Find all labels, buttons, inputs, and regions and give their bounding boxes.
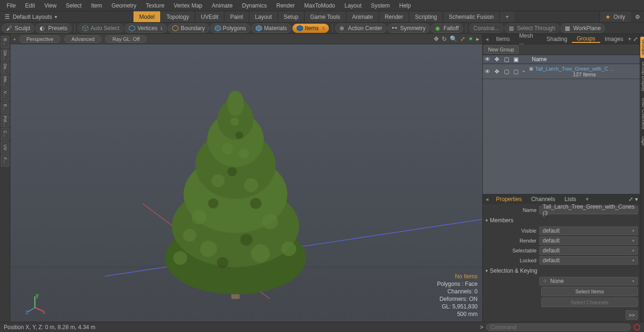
- viewport-raygl-dropdown[interactable]: Ray GL: Off: [105, 35, 147, 43]
- pt-properties[interactable]: Properties: [491, 196, 527, 202]
- lock-icon[interactable]: ▣: [511, 56, 520, 63]
- tab-images[interactable]: Images: [600, 36, 628, 42]
- rst-userchannels[interactable]: User Channels: [640, 95, 644, 132]
- menu-dynamics[interactable]: Dynamics: [237, 2, 272, 9]
- actioncenter-button[interactable]: ⊕Action Center: [335, 24, 387, 33]
- menu-vertexmap[interactable]: Vertex Map: [169, 2, 207, 9]
- tab-mesh[interactable]: Mesh ...: [514, 32, 542, 46]
- vertices-button[interactable]: Vertices1: [124, 24, 167, 33]
- lt-0[interactable]: B…: [1, 36, 9, 48]
- select-items-button[interactable]: Select Items: [541, 287, 638, 296]
- symmetry-button[interactable]: ⧿Symmetry: [388, 24, 430, 33]
- lt-8[interactable]: UV: [1, 141, 9, 154]
- lt-1[interactable]: De…: [1, 49, 9, 61]
- row-lock-icon[interactable]: ▢: [511, 68, 520, 75]
- rt-max-icon[interactable]: ⤢: [633, 36, 638, 42]
- tab-setup[interactable]: Setup: [278, 11, 304, 22]
- tab-render[interactable]: Render: [379, 11, 409, 22]
- select-channels-button[interactable]: Select Channels: [541, 298, 638, 307]
- members-section[interactable]: ▾Members: [485, 216, 638, 225]
- tab-shading[interactable]: Shading: [542, 36, 572, 42]
- tab-scripting[interactable]: Scripting: [409, 11, 443, 22]
- lt-3[interactable]: Me…: [1, 75, 9, 88]
- keying-dropdown[interactable]: ⁘None▾: [539, 277, 638, 285]
- lt-9[interactable]: F…: [1, 154, 9, 167]
- rt-plus-icon[interactable]: +: [628, 36, 631, 42]
- viewport-camera-dropdown[interactable]: Perspective: [19, 35, 60, 43]
- gear-icon[interactable]: ✶: [468, 35, 473, 42]
- groups-list-body[interactable]: [483, 79, 640, 194]
- visible-dropdown[interactable]: default▾: [539, 227, 638, 235]
- constraints-button[interactable]: Constrai...: [469, 24, 504, 33]
- row-sel-icon[interactable]: ▢: [502, 68, 511, 75]
- row-eye-icon[interactable]: 👁: [483, 68, 492, 75]
- rst-tags[interactable]: Tags: [640, 133, 644, 148]
- sculpt-button[interactable]: 🖌Sculpt: [2, 24, 34, 33]
- menu-texture[interactable]: Texture: [141, 2, 169, 9]
- rt-expand-icon[interactable]: ◂: [483, 36, 491, 42]
- command-input[interactable]: Command: [486, 324, 631, 331]
- locked-dropdown[interactable]: default▾: [539, 256, 638, 265]
- viewport-shading-dropdown[interactable]: Advanced: [64, 35, 101, 43]
- pt-lists[interactable]: Lists: [560, 196, 581, 202]
- vp-tri-left[interactable]: ◂: [13, 37, 16, 41]
- lt-2[interactable]: Du…: [1, 62, 9, 74]
- record-icon[interactable]: [634, 324, 640, 331]
- pt-max-icon[interactable]: ⤢: [628, 196, 633, 202]
- menu-select[interactable]: Select: [61, 2, 86, 9]
- tab-model[interactable]: Model: [133, 11, 160, 22]
- tab-schematic[interactable]: Schematic Fusion: [443, 11, 499, 22]
- tab-uvedit[interactable]: UVEdit: [195, 11, 224, 22]
- vp-expand-icon[interactable]: ▸: [476, 35, 479, 42]
- menu-help[interactable]: Help: [395, 2, 416, 9]
- lt-7[interactable]: C…: [1, 128, 9, 140]
- viewport-3d[interactable]: No Items Polygons : Face Channels: 0 Def…: [10, 44, 482, 322]
- rst-groupdisplay[interactable]: Group Display: [640, 59, 644, 94]
- menu-file[interactable]: File: [2, 2, 20, 9]
- eye-icon[interactable]: 👁: [483, 56, 492, 63]
- tab-groups[interactable]: Groups: [572, 35, 600, 43]
- render-dropdown[interactable]: default▾: [539, 236, 638, 245]
- menu-edit[interactable]: Edit: [20, 2, 40, 9]
- menu-render[interactable]: Render: [272, 2, 299, 9]
- lt-5[interactable]: E…: [1, 102, 9, 114]
- selectable-dropdown[interactable]: default▾: [539, 246, 638, 255]
- tab-gametools[interactable]: Game Tools: [304, 11, 346, 22]
- menu-maxtomodo[interactable]: MaxToModo: [299, 2, 339, 9]
- pt-expand-icon[interactable]: ◂: [483, 196, 491, 202]
- falloff-button[interactable]: ◉Falloff: [431, 24, 463, 33]
- rst-groups[interactable]: Groups: [640, 37, 644, 58]
- row-axis-icon[interactable]: ✥: [492, 68, 502, 75]
- menu-geometry[interactable]: Geometry: [107, 2, 141, 9]
- tab-animate[interactable]: Animate: [346, 11, 379, 22]
- tab-items[interactable]: Items: [491, 36, 514, 42]
- lt-6[interactable]: Pol…: [1, 115, 9, 127]
- selectthrough-button[interactable]: ▦Select Through: [504, 24, 560, 33]
- tab-only[interactable]: ★ Only: [599, 11, 631, 22]
- lt-4[interactable]: V…: [1, 89, 9, 101]
- menu-layout[interactable]: Layout: [340, 2, 366, 9]
- rotate-icon[interactable]: ↻: [442, 35, 447, 42]
- pt-channels[interactable]: Channels: [527, 196, 560, 202]
- axis-icon[interactable]: ✥: [492, 56, 502, 63]
- tab-plus[interactable]: +: [499, 11, 514, 22]
- maximize-icon[interactable]: ⤢: [460, 35, 465, 42]
- autoselect-button[interactable]: Auto Select: [78, 24, 124, 33]
- selkey-section[interactable]: ▾Selection & Keying: [485, 266, 638, 275]
- layout-default-dropdown[interactable]: ☰ Default Layouts ▾: [0, 14, 62, 20]
- group-row[interactable]: 👁 ✥ ▢ ▢ + ▣ Tall_Larch_Tree_Green_with_C…: [483, 64, 640, 79]
- menu-system[interactable]: System: [366, 2, 395, 9]
- new-group-button[interactable]: New Group: [484, 45, 519, 54]
- tab-topology[interactable]: Topology: [160, 11, 195, 22]
- presets-button[interactable]: ◐Presets: [35, 24, 72, 33]
- menu-view[interactable]: View: [40, 2, 61, 9]
- pt-dd-icon[interactable]: ▾: [635, 196, 638, 202]
- send-button[interactable]: >>: [626, 310, 638, 320]
- name-field[interactable]: Tall_Larch_Tree_Green_with_Cones (3: [539, 206, 638, 214]
- layout-gear-icon[interactable]: ⚙: [631, 11, 644, 22]
- sel-icon[interactable]: ▢: [502, 56, 511, 63]
- row-expand-icon[interactable]: +: [520, 69, 527, 74]
- move-icon[interactable]: ✥: [434, 35, 439, 42]
- items-button[interactable]: Items5: [292, 24, 329, 33]
- menu-animate[interactable]: Animate: [207, 2, 237, 9]
